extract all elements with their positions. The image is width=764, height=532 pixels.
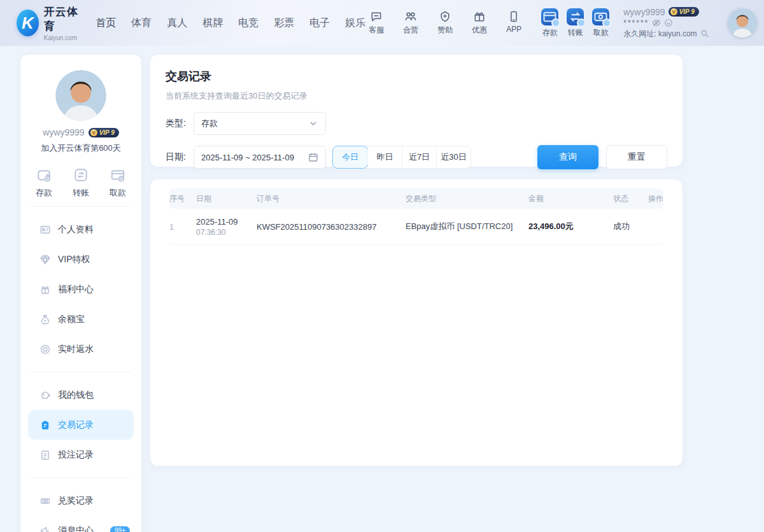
header-tool-chat[interactable]: 客服 bbox=[365, 10, 387, 36]
refresh-circle-icon[interactable] bbox=[664, 18, 673, 27]
nav-item[interactable]: 体育 bbox=[131, 17, 152, 30]
brand-logo-icon: K bbox=[17, 10, 39, 36]
sidebar-item-money-bag[interactable]: 余额宝 bbox=[20, 304, 141, 334]
quick-action-bank-card[interactable]: 取款 bbox=[110, 167, 126, 199]
transaction-icon bbox=[39, 419, 51, 431]
transfer-icon bbox=[567, 8, 584, 25]
row-type: EBpay虚拟币 [USDT/TRC20] bbox=[406, 221, 528, 232]
row-index: 1 bbox=[169, 222, 196, 232]
table-row: 12025-11-0907:36:30KWSF20251109073630233… bbox=[169, 209, 663, 245]
row-date-time: 07:36:30 bbox=[196, 228, 257, 237]
vip-level: VIP 9 bbox=[679, 8, 695, 15]
row-amount: 23,496.00元 bbox=[528, 221, 613, 232]
nav-item[interactable]: 首页 bbox=[96, 17, 116, 30]
sidebar-item-label: 我的钱包 bbox=[58, 389, 94, 401]
withdraw-icon bbox=[592, 8, 609, 25]
wallet-tile-transfer[interactable]: 转账 bbox=[567, 8, 584, 38]
column-header: 金额 bbox=[528, 193, 613, 204]
nav-item[interactable]: 彩票 bbox=[274, 17, 294, 30]
sidebar-item-gem[interactable]: VIP特权 bbox=[20, 244, 141, 274]
date-range-input[interactable]: 2025-11-09 ~ 2025-11-09 bbox=[194, 146, 326, 169]
nav-item[interactable]: 电子 bbox=[309, 17, 330, 30]
sidebar-item-bet-record[interactable]: 投注记录 bbox=[20, 440, 141, 470]
sidebar-item-prize[interactable]: 兑奖记录 bbox=[20, 486, 141, 515]
eye-off-icon[interactable] bbox=[652, 18, 661, 27]
brand-domain: Kaiyun.com bbox=[44, 34, 82, 41]
page-subtitle: 当前系统支持查询最近30日的交易记录 bbox=[166, 90, 667, 102]
main-nav: 首页体育真人棋牌电竞彩票电子娱乐 bbox=[96, 17, 365, 30]
quick-action-label: 转账 bbox=[73, 187, 89, 199]
quick-range-button[interactable]: 近7日 bbox=[402, 146, 436, 168]
sidebar-item-label: 个人资料 bbox=[58, 224, 94, 235]
sidebar-item-megaphone[interactable]: 消息中心99+ bbox=[20, 515, 141, 532]
reset-button[interactable]: 重置 bbox=[606, 145, 667, 169]
money-bag-icon bbox=[39, 314, 51, 325]
type-select-value: 存款 bbox=[201, 118, 308, 129]
table-body: 12025-11-0907:36:30KWSF20251109073630233… bbox=[169, 209, 663, 245]
main-content: 交易记录 当前系统支持查询最近30日的交易记录 类型: 存款 日期: 2025-… bbox=[150, 55, 683, 466]
nav-item[interactable]: 娱乐 bbox=[345, 17, 365, 30]
type-select[interactable]: 存款 bbox=[194, 112, 326, 135]
quick-range-button[interactable]: 昨日 bbox=[367, 146, 402, 168]
balance-mask: ****** bbox=[623, 20, 649, 26]
sidebar-item-label: 实时返水 bbox=[58, 344, 94, 355]
header-tool-partners[interactable]: 合营 bbox=[400, 10, 421, 36]
piggy-bank-icon bbox=[39, 389, 51, 401]
sidebar-item-piggy-bank[interactable]: 我的钱包 bbox=[20, 380, 141, 410]
sidebar-item-transaction[interactable]: 交易记录 bbox=[28, 410, 134, 440]
header-tool-label: 优惠 bbox=[472, 25, 487, 36]
sidebar-quick-actions: 存款转账取款 bbox=[20, 167, 141, 199]
column-header: 交易类型 bbox=[406, 193, 528, 204]
header-tool-gift[interactable]: 优惠 bbox=[469, 10, 490, 36]
search-icon[interactable] bbox=[700, 29, 709, 38]
gem-icon bbox=[39, 254, 51, 265]
divider bbox=[31, 206, 131, 207]
rebate-icon bbox=[39, 344, 51, 355]
vip-icon: V bbox=[90, 129, 97, 136]
sidebar-item-label: 交易记录 bbox=[58, 419, 94, 431]
calendar-icon bbox=[308, 152, 318, 162]
nav-item[interactable]: 电竞 bbox=[238, 17, 258, 30]
profile-username: wywy9999 bbox=[43, 127, 84, 137]
records-table-card: 序号日期订单号交易类型金额状态操作 12025-11-0907:36:30KWS… bbox=[150, 179, 683, 466]
unread-count-badge: 99+ bbox=[110, 526, 130, 532]
id-card-icon bbox=[39, 224, 51, 235]
type-filter-label: 类型: bbox=[166, 118, 194, 129]
user-avatar[interactable] bbox=[728, 8, 757, 38]
sidebar-item-id-card[interactable]: 个人资料 bbox=[20, 214, 141, 244]
header-tool-sponsor[interactable]: 赞助 bbox=[434, 10, 456, 36]
quick-action-label: 存款 bbox=[36, 187, 52, 199]
bank-card-icon bbox=[110, 167, 126, 183]
quick-range-group: 今日昨日近7日近30日 bbox=[332, 146, 471, 169]
divider bbox=[31, 372, 131, 372]
brand-logo[interactable]: K 开云体育 Kaiyun.com bbox=[17, 4, 81, 41]
wallet-tile-deposit[interactable]: 存款 bbox=[541, 8, 558, 38]
chevron-down-icon bbox=[308, 118, 318, 129]
search-button[interactable]: 查询 bbox=[537, 145, 598, 169]
header-tool-label: 客服 bbox=[369, 25, 384, 36]
header-tool-phone[interactable]: APP bbox=[503, 10, 525, 34]
header-tools: 客服合营赞助优惠APP bbox=[365, 10, 525, 36]
quick-range-button[interactable]: 近30日 bbox=[436, 146, 470, 168]
quick-action-wallet[interactable]: 存款 bbox=[36, 167, 52, 199]
nav-item[interactable]: 棋牌 bbox=[202, 17, 223, 30]
column-header: 状态 bbox=[613, 193, 648, 204]
prize-icon bbox=[39, 495, 51, 507]
quick-range-button[interactable]: 今日 bbox=[332, 146, 368, 169]
sidebar-item-label: 余额宝 bbox=[58, 314, 85, 325]
divider bbox=[31, 477, 131, 478]
brand-name: 开云体育 bbox=[44, 4, 82, 34]
deposit-icon bbox=[541, 8, 558, 25]
sidebar-item-rebate[interactable]: 实时返水 bbox=[20, 334, 141, 364]
wallet-tile-withdraw[interactable]: 取款 bbox=[592, 8, 609, 38]
sidebar: wywy9999 V VIP 9 加入开云体育第600天 存款转账取款 个人资料… bbox=[20, 55, 141, 532]
column-header: 日期 bbox=[196, 193, 257, 204]
nav-item[interactable]: 真人 bbox=[167, 17, 187, 30]
sidebar-item-welfare[interactable]: 福利中心 bbox=[20, 274, 141, 304]
quick-action-exchange[interactable]: 转账 bbox=[73, 167, 89, 199]
profile-avatar[interactable] bbox=[55, 70, 106, 121]
sidebar-item-label: 投注记录 bbox=[58, 449, 94, 461]
wallet-tile-label: 转账 bbox=[568, 27, 583, 38]
row-date-day: 2025-11-09 bbox=[196, 217, 257, 227]
partners-icon bbox=[404, 10, 417, 23]
